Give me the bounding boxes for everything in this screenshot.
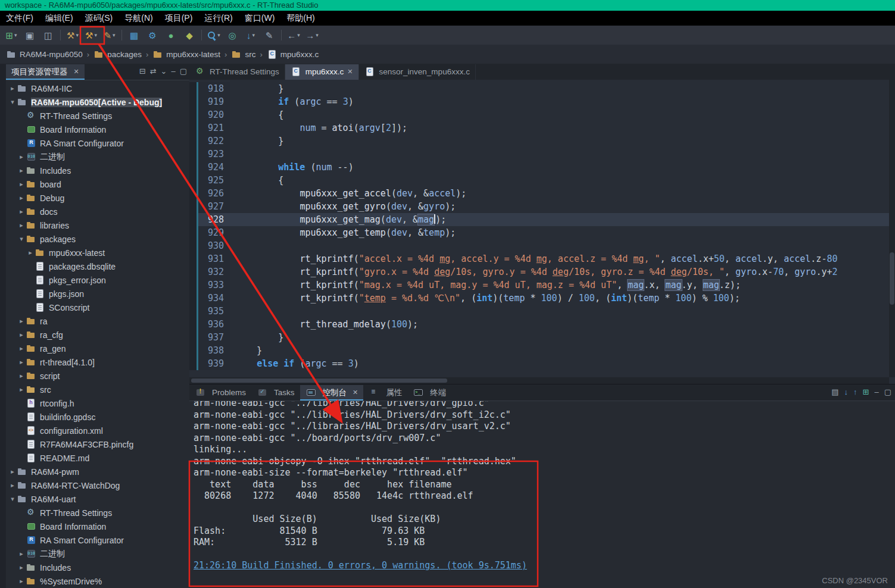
breadcrumb-item[interactable]: RA6M4-mpu6050 [6,50,83,59]
breadcrumb-item[interactable]: src [231,50,255,59]
menu-item-4[interactable]: 项目(P) [159,13,199,24]
code-line[interactable]: 939 else if (argc == 3) [189,357,895,370]
expander-icon[interactable]: ▸ [17,386,26,393]
toolbar-annotate-button[interactable]: ✎ [260,28,278,42]
scrollbar-thumb[interactable] [191,379,447,383]
toolbar-debug-button[interactable]: ● [162,28,180,42]
tree-item[interactable]: ▸RA6M4-RTC-WatchDog [6,478,189,492]
code-line[interactable]: 924 while (num --) [189,161,895,174]
tab-sensor-inven-mpu6xxx-c[interactable]: sensor_inven_mpu6xxx.c [359,64,476,80]
expander-icon[interactable]: ▸ [8,481,17,489]
tree-item[interactable]: ▸RA6M4-IIC [6,82,189,95]
editor-horizontal-scrollbar[interactable] [189,377,889,384]
menu-item-6[interactable]: 窗口(W) [239,13,281,24]
tree-item[interactable]: ▸script [6,369,189,383]
tab-rt-thread-settings[interactable]: RT-Thread Settings [189,64,285,80]
scroll-up-icon[interactable]: ↑ [853,387,857,398]
code-line[interactable]: 927 mpu6xxx_get_gyro(dev, &gyro); [189,200,895,213]
tree-item[interactable]: ▸ra_gen [6,342,189,355]
console-output[interactable]: arm-none-eabi-gcc "../libraries/HAL_Driv… [189,398,895,572]
toolbar-forward-button[interactable]: →▾ [303,28,321,42]
expander-icon[interactable]: ▸ [17,153,26,161]
expander-icon[interactable]: ▸ [8,85,17,92]
toolbar-settings-button[interactable]: ⚙ [144,28,161,42]
toolbar-save-button[interactable]: ▣ [21,28,39,42]
expander-icon[interactable]: ▸ [17,550,26,558]
close-icon[interactable]: ✕ [74,68,79,76]
tree-item[interactable]: ▸docs [6,205,189,218]
project-explorer-tab[interactable]: 项目资源管理器 ✕ [6,64,85,80]
expander-icon[interactable]: ▸ [26,249,35,257]
expander-icon[interactable]: ▸ [17,345,26,352]
toolbar-open-target-button[interactable]: ◎ [223,28,241,42]
breadcrumb-item[interactable]: mpu6xxx.c [267,50,319,59]
code-line[interactable]: 930 [189,239,895,252]
code-line[interactable]: 933 rt_kprintf("mag.x = %4d uT, mag.y = … [189,279,895,292]
expander-icon[interactable]: ▾ [8,495,17,503]
tree-item[interactable]: RT-Thread Settings [6,506,189,520]
problems-tab[interactable]: Problems [189,385,251,401]
expander-icon[interactable]: ▸ [17,221,26,229]
tree-item[interactable]: Board Information [6,123,189,136]
properties-tab[interactable]: 属性 [363,385,407,401]
tree-item[interactable]: Board Information [6,520,189,533]
scroll-down-icon[interactable]: ↓ [844,387,849,398]
close-icon[interactable]: ✕ [353,389,358,396]
expander-icon[interactable]: ▸ [17,577,26,585]
tree-item[interactable]: ▸rt-thread [4.1.0] [6,355,189,369]
code-line[interactable]: 936 rt_thread_mdelay(100); [189,318,895,331]
menu-item-7[interactable]: 帮助(H) [280,13,320,24]
maximize-view-icon[interactable]: ▢ [180,66,187,77]
toolbar-back-button[interactable]: ←▾ [285,28,303,42]
tree-item[interactable]: R7FA6M4AF3CFB.pincfg [6,437,189,451]
expander-icon[interactable]: ▸ [17,358,26,366]
tree-item[interactable]: rtconfig.h [6,396,189,410]
toolbar-clean-button[interactable]: ✎▾ [101,28,118,42]
menu-item-1[interactable]: 编辑(E) [39,13,79,24]
toolbar-save-all-button[interactable]: ◫ [39,28,57,42]
code-line[interactable]: 926 mpu6xxx_get_accel(dev, &accel); [189,187,895,200]
expander-icon[interactable]: ▾ [17,235,26,243]
pin-console-icon[interactable]: ▤ [831,387,838,398]
tree-item[interactable]: ▾RA6M4-mpu6050 [Active - Debug] [6,95,189,109]
toolbar-new-button[interactable]: ⊞▾ [2,28,20,42]
tree-item[interactable]: buildinfo.gpdsc [6,410,189,424]
code-line[interactable]: 923 [189,148,895,161]
tree-item[interactable]: ▸ra [6,314,189,328]
editor-vertical-scrollbar[interactable] [889,80,895,377]
toolbar-run-external-button[interactable]: ◆ [180,28,198,42]
tree-item[interactable]: pkgs.json [6,287,189,301]
tree-item[interactable]: ▾packages [6,232,189,246]
code-line[interactable]: 928 mpu6xxx_get_mag(dev, &mag); [189,213,895,226]
tree-item[interactable]: README.md [6,451,189,465]
code-editor[interactable]: 918 }919 if (argc == 3)920 {921 num = at… [189,80,895,384]
tree-item[interactable]: ▸libraries [6,218,189,232]
toolbar-debug-tools-button[interactable]: ⚒▾ [64,28,82,42]
expander-icon[interactable]: ▸ [17,208,26,215]
expander-icon[interactable]: ▸ [17,317,26,325]
toolbar-search-button[interactable]: ▾ [205,28,223,42]
code-line[interactable]: 937 } [189,331,895,344]
expander-icon[interactable]: ▸ [17,564,26,571]
tree-item[interactable]: ▸二进制 [6,150,189,164]
view-menu-icon[interactable]: ⌄ [161,66,167,77]
code-line[interactable]: 934 rt_kprintf("temp = %d.%d ℃\n", (int)… [189,292,895,305]
tree-item[interactable]: packages.dbsqlite [6,259,189,273]
expander-icon[interactable]: ▸ [17,372,26,380]
code-line[interactable]: 938 } [189,344,895,357]
tree-item[interactable]: ▸Includes [6,561,189,574]
minimize-view-icon[interactable]: – [874,387,878,398]
code-line[interactable]: 920 { [189,108,895,121]
tree-item[interactable]: ▸src [6,383,189,396]
link-with-editor-icon[interactable]: ⇄ [150,66,157,77]
expander-icon[interactable]: ▸ [17,180,26,188]
toolbar-download-button[interactable]: ↓▾ [242,28,260,42]
code-line[interactable]: 922 } [189,135,895,148]
close-icon[interactable]: ✕ [347,68,353,76]
toolbar-build-button[interactable]: ⚒▾ [82,28,100,42]
tree-item[interactable]: RT-Thread Settings [6,109,189,123]
tab-mpu6xxx-c[interactable]: mpu6xxx.c✕ [285,64,359,80]
tree-item[interactable]: ▸Debug [6,191,189,205]
menu-item-3[interactable]: 导航(N) [118,13,158,24]
tree-item[interactable]: RA Smart Configurator [6,533,189,547]
